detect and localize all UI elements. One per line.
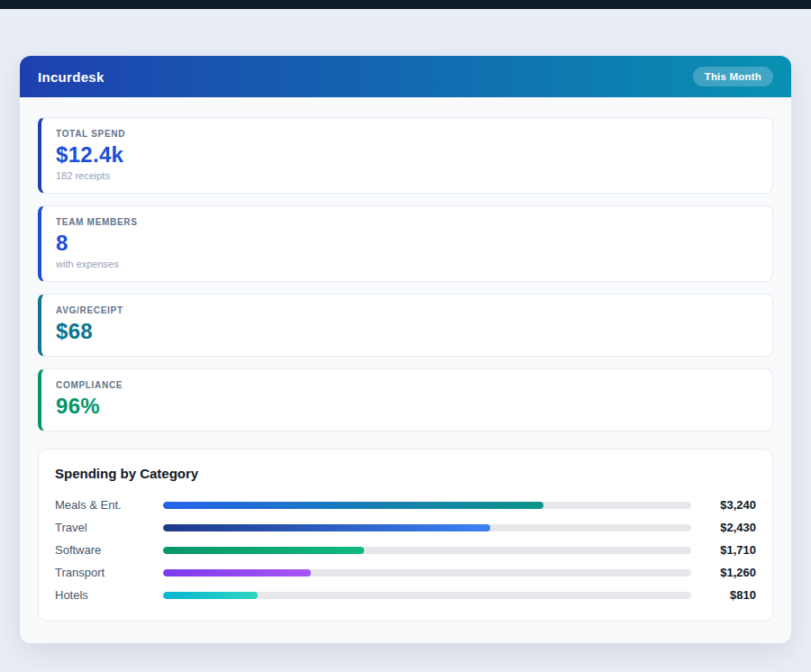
stat-card: TEAM MEMBERS 8 with expenses [38, 205, 773, 282]
category-label: Travel [55, 521, 163, 534]
stat-value: $12.4k [56, 142, 758, 168]
stat-label: AVG/RECEIPT [56, 305, 758, 315]
category-label: Software [55, 543, 163, 557]
category-bar-track [163, 569, 691, 577]
spending-card: Spending by Category Meals & Ent. $3,240… [38, 449, 773, 622]
spending-title: Spending by Category [55, 466, 756, 481]
category-bar-track [163, 502, 691, 509]
stat-label: COMPLIANCE [56, 380, 758, 390]
category-label: Meals & Ent. [55, 498, 163, 512]
category-bar-fill [163, 592, 258, 599]
category-bar-fill [163, 502, 543, 509]
app-card: Incurdesk This Month TOTAL SPEND $12.4k … [20, 56, 791, 643]
category-row: Transport $1,260 [55, 561, 756, 584]
category-bar-fill [163, 524, 490, 531]
stats-list: TOTAL SPEND $12.4k 182 receipts TEAM MEM… [38, 117, 773, 431]
stat-value: 96% [56, 394, 758, 419]
app-body: TOTAL SPEND $12.4k 182 receipts TEAM MEM… [20, 97, 791, 643]
stat-card: COMPLIANCE 96% [38, 368, 773, 431]
app-header: Incurdesk This Month [20, 56, 791, 97]
category-row: Travel $2,430 [55, 516, 756, 539]
category-bar-fill [163, 569, 311, 577]
category-value: $1,710 [691, 543, 756, 557]
category-bar-fill [163, 547, 364, 554]
stat-label: TOTAL SPEND [56, 129, 758, 139]
category-rows: Meals & Ent. $3,240 Travel $2,430 Softwa… [55, 494, 756, 606]
period-badge[interactable]: This Month [693, 67, 773, 86]
category-bar-track [163, 547, 691, 554]
app-title: Incurdesk [38, 69, 105, 85]
stat-label: TEAM MEMBERS [56, 217, 758, 227]
stat-value: $68 [56, 319, 758, 344]
category-row: Hotels $810 [55, 584, 756, 606]
stat-value: 8 [56, 231, 758, 256]
stat-sub: with expenses [56, 259, 758, 269]
category-value: $3,240 [691, 498, 756, 512]
category-bar-track [163, 592, 691, 599]
top-strip [0, 0, 811, 9]
stat-card: TOTAL SPEND $12.4k 182 receipts [38, 117, 773, 194]
category-row: Software $1,710 [55, 539, 756, 561]
category-value: $2,430 [691, 521, 756, 534]
stat-sub: 182 receipts [56, 170, 758, 181]
stat-card: AVG/RECEIPT $68 [38, 294, 773, 357]
category-value: $1,260 [691, 566, 756, 579]
category-label: Transport [55, 566, 163, 579]
category-label: Hotels [55, 588, 163, 602]
category-value: $810 [691, 588, 756, 602]
category-bar-track [163, 524, 691, 531]
category-row: Meals & Ent. $3,240 [55, 494, 756, 516]
